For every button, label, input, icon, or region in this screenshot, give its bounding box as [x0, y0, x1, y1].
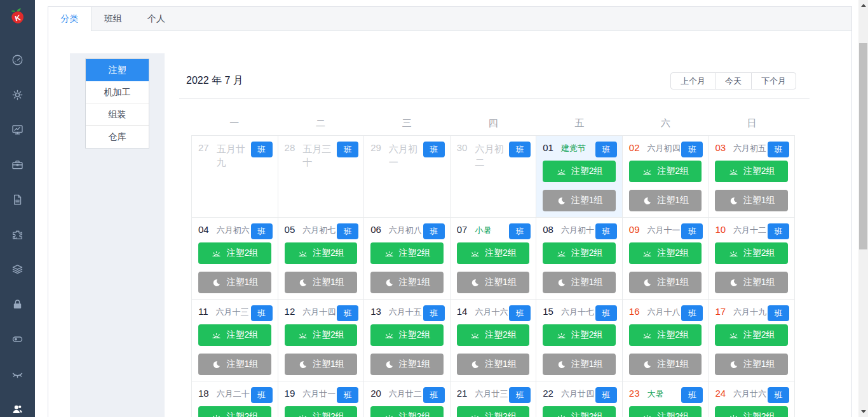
shift-plan-badge[interactable]: 班	[423, 305, 445, 321]
day-cell-24[interactable]: 24 六月廿六 班 注塑2组 注塑1组	[709, 381, 795, 417]
day-cell-28[interactable]: 28 五月三十 班	[278, 136, 365, 218]
shift-plan-badge[interactable]: 班	[423, 223, 445, 239]
day-shift-button[interactable]: 注塑2组	[543, 324, 616, 346]
day-cell-02[interactable]: 02 六月初四 班 注塑2组 注塑1组	[623, 136, 709, 218]
day-shift-button[interactable]: 注塑2组	[543, 161, 616, 182]
sidebar-item-document[interactable]	[0, 182, 35, 217]
sidebar-item-layers[interactable]	[0, 252, 35, 287]
night-shift-button[interactable]: 注塑1组	[198, 354, 271, 375]
day-cell-06[interactable]: 06 六月初八 班 注塑2组 注塑1组	[364, 218, 451, 300]
shift-plan-badge[interactable]: 班	[509, 387, 531, 403]
day-shift-button[interactable]: 注塑2组	[198, 242, 271, 264]
shift-plan-badge[interactable]: 班	[595, 142, 617, 157]
shift-plan-badge[interactable]: 班	[595, 223, 617, 239]
tab-personal[interactable]: 个人	[135, 7, 178, 30]
scrollbar-thumb[interactable]	[859, 43, 867, 249]
day-shift-button[interactable]: 注塑2组	[629, 406, 702, 417]
scroll-down-arrow[interactable]	[861, 410, 866, 413]
sidebar-item-dashboard[interactable]	[0, 43, 35, 77]
day-shift-button[interactable]: 注塑2组	[370, 242, 444, 264]
day-shift-button[interactable]: 注塑2组	[285, 324, 358, 346]
night-shift-button[interactable]: 注塑1组	[457, 354, 530, 375]
day-shift-button[interactable]: 注塑2组	[629, 242, 702, 264]
night-shift-button[interactable]: 注塑1组	[715, 272, 788, 293]
day-cell-04[interactable]: 04 六月初六 班 注塑2组 注塑1组	[192, 218, 278, 300]
night-shift-button[interactable]: 注塑1组	[715, 190, 788, 211]
day-shift-button[interactable]: 注塑2组	[715, 406, 788, 417]
prev-month-button[interactable]: 上个月	[670, 72, 715, 89]
night-shift-button[interactable]: 注塑1组	[629, 272, 702, 293]
shift-plan-badge[interactable]: 班	[681, 223, 703, 239]
day-cell-11[interactable]: 11 六月十三 班 注塑2组 注塑1组	[192, 300, 278, 381]
shift-plan-badge[interactable]: 班	[251, 142, 273, 157]
shift-plan-badge[interactable]: 班	[337, 387, 358, 403]
day-cell-17[interactable]: 17 六月十九 班 注塑2组 注塑1组	[709, 300, 795, 381]
night-shift-button[interactable]: 注塑1组	[543, 190, 616, 211]
day-shift-button[interactable]: 注塑2组	[285, 242, 358, 264]
sidebar-item-settings[interactable]	[0, 77, 35, 112]
night-shift-button[interactable]: 注塑1组	[370, 354, 444, 375]
day-cell-29[interactable]: 29 六月初一 班	[364, 136, 451, 218]
shift-plan-badge[interactable]: 班	[681, 142, 703, 157]
night-shift-button[interactable]: 注塑1组	[543, 272, 616, 293]
day-cell-18[interactable]: 18 六月二十 班 注塑2组 注塑1组	[192, 381, 278, 417]
day-cell-13[interactable]: 13 六月十五 班 注塑2组 注塑1组	[364, 300, 451, 381]
shift-plan-badge[interactable]: 班	[251, 387, 273, 403]
day-shift-button[interactable]: 注塑2组	[629, 324, 702, 346]
scroll-up-arrow[interactable]	[861, 4, 866, 7]
night-shift-button[interactable]: 注塑1组	[198, 272, 271, 293]
night-shift-button[interactable]: 注塑1组	[715, 354, 788, 375]
sidebar-item-toggle[interactable]	[0, 322, 35, 357]
day-shift-button[interactable]: 注塑2组	[457, 406, 530, 417]
tab-team-group[interactable]: 班组	[92, 7, 135, 30]
app-logo[interactable]: K	[0, 0, 35, 36]
category-item-assembly[interactable]: 组装	[86, 103, 149, 126]
day-cell-14[interactable]: 14 六月十六 班 注塑2组 注塑1组	[451, 300, 537, 381]
shift-plan-badge[interactable]: 班	[595, 387, 617, 403]
day-cell-09[interactable]: 09 六月十一 班 注塑2组 注塑1组	[623, 218, 709, 300]
shift-plan-badge[interactable]: 班	[768, 223, 789, 239]
day-cell-30[interactable]: 30 六月初二 班	[451, 136, 537, 218]
night-shift-button[interactable]: 注塑1组	[457, 272, 530, 293]
shift-plan-badge[interactable]: 班	[681, 305, 703, 321]
sidebar-item-monitor[interactable]	[0, 112, 35, 147]
day-shift-button[interactable]: 注塑2组	[370, 324, 444, 346]
sidebar-item-team[interactable]	[0, 392, 35, 417]
shift-plan-badge[interactable]: 班	[768, 387, 789, 403]
shift-plan-badge[interactable]: 班	[681, 387, 703, 403]
day-cell-16[interactable]: 16 六月十八 班 注塑2组 注塑1组	[623, 300, 709, 381]
day-shift-button[interactable]: 注塑2组	[457, 324, 530, 346]
night-shift-button[interactable]: 注塑1组	[629, 190, 702, 211]
day-cell-01[interactable]: 01 建党节 班 注塑2组 注塑1组	[536, 136, 623, 218]
sidebar-item-puzzle[interactable]	[0, 217, 35, 252]
day-cell-21[interactable]: 21 六月廿三 班 注塑2组 注塑1组	[451, 381, 537, 417]
day-cell-23[interactable]: 23 大暑 班 注塑2组 注塑1组	[623, 381, 709, 417]
day-shift-button[interactable]: 注塑2组	[370, 406, 444, 417]
night-shift-button[interactable]: 注塑1组	[629, 354, 702, 375]
shift-plan-badge[interactable]: 班	[768, 142, 789, 157]
today-button[interactable]: 今天	[715, 72, 752, 89]
day-shift-button[interactable]: 注塑2组	[285, 406, 358, 417]
day-shift-button[interactable]: 注塑2组	[198, 324, 271, 346]
day-cell-27[interactable]: 27 五月廿九 班	[192, 136, 278, 218]
shift-plan-badge[interactable]: 班	[337, 142, 358, 157]
day-cell-12[interactable]: 12 六月十四 班 注塑2组 注塑1组	[278, 300, 365, 381]
day-cell-05[interactable]: 05 六月初七 班 注塑2组 注塑1组	[278, 218, 365, 300]
shift-plan-badge[interactable]: 班	[595, 305, 617, 321]
next-month-button[interactable]: 下个月	[751, 72, 796, 89]
sidebar-item-toolbox[interactable]	[0, 147, 35, 182]
day-cell-22[interactable]: 22 六月廿四 班 注塑2组 注塑1组	[536, 381, 623, 417]
day-shift-button[interactable]: 注塑2组	[715, 242, 788, 264]
shift-plan-badge[interactable]: 班	[509, 142, 531, 157]
day-shift-button[interactable]: 注塑2组	[457, 242, 530, 264]
page-scrollbar[interactable]	[858, 0, 868, 417]
day-cell-19[interactable]: 19 六月廿一 班 注塑2组 注塑1组	[278, 381, 365, 417]
shift-plan-badge[interactable]: 班	[423, 387, 445, 403]
shift-plan-badge[interactable]: 班	[251, 305, 273, 321]
day-shift-button[interactable]: 注塑2组	[715, 161, 788, 182]
day-cell-15[interactable]: 15 六月十七 班 注塑2组 注塑1组	[536, 300, 623, 381]
category-item-warehouse[interactable]: 仓库	[86, 126, 149, 148]
day-shift-button[interactable]: 注塑2组	[543, 406, 616, 417]
day-shift-button[interactable]: 注塑2组	[198, 406, 271, 417]
shift-plan-badge[interactable]: 班	[423, 142, 445, 157]
